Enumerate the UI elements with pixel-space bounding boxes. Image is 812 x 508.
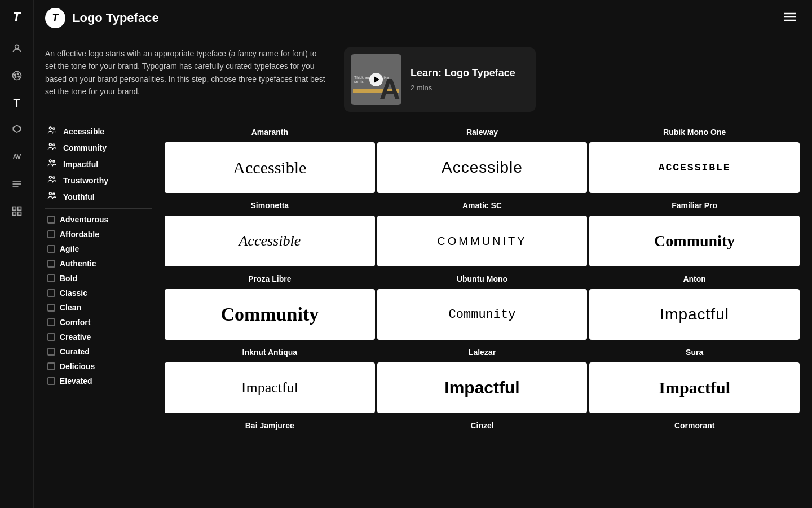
sidebar-icons: T T AV xyxy=(0,0,34,508)
font-header-raleway: Raleway xyxy=(376,123,589,141)
checkbox-delicious[interactable] xyxy=(47,362,55,370)
video-card[interactable]: Thick and block-like serifs A Learn: Log… xyxy=(344,47,536,112)
desc-video-row: An effective logo starts with an appropr… xyxy=(45,47,801,112)
font-cell-sura-impactful[interactable]: Impactful xyxy=(589,362,800,413)
checkbox-authentic[interactable] xyxy=(47,260,55,268)
svg-point-4 xyxy=(18,76,20,77)
filter-label-accessible: Accessible xyxy=(63,127,104,136)
svg-point-0 xyxy=(15,45,19,49)
svg-point-2 xyxy=(14,74,16,76)
font-text: Accessible xyxy=(439,156,525,179)
filter-classic[interactable]: Classic xyxy=(45,286,152,300)
font-text: Accessible xyxy=(236,230,303,252)
filter-label-youthful: Youthful xyxy=(63,192,95,202)
font-text: Community xyxy=(218,301,321,327)
svg-point-23 xyxy=(53,177,55,178)
font-header-anton: Anton xyxy=(588,270,801,288)
font-cells-row-2: Accessible COMMUNITY Community xyxy=(164,214,801,268)
sidebar-icon-palette[interactable] xyxy=(6,64,28,87)
font-header-proza: Proza Libre xyxy=(164,270,376,288)
font-cells-row-4: Impactful Impactful Impactful xyxy=(164,361,801,414)
people-icon xyxy=(47,126,59,137)
filter-trustworthy[interactable]: Trustworthy xyxy=(45,172,152,189)
checkbox-classic[interactable] xyxy=(47,289,55,297)
font-cell-simonetta-accessible[interactable]: Accessible xyxy=(165,216,375,266)
svg-rect-11 xyxy=(12,212,16,216)
filter-label-classic: Classic xyxy=(60,288,87,297)
font-cell-familiar-community[interactable]: Community xyxy=(589,216,800,266)
font-cell-ubuntu-community[interactable]: Community xyxy=(377,289,588,340)
filter-adventurous[interactable]: Adventurous xyxy=(45,212,152,227)
checkbox-adventurous[interactable] xyxy=(47,216,55,224)
sidebar-icon-tag[interactable] xyxy=(6,119,28,141)
filter-affordable[interactable]: Affordable xyxy=(45,227,152,242)
font-cells-row-1: Accessible Accessible ACCESSIBLE xyxy=(164,141,801,194)
sidebar-icon-grid[interactable] xyxy=(6,200,28,222)
filter-creative[interactable]: Creative xyxy=(45,330,152,344)
checkbox-curated[interactable] xyxy=(47,348,55,356)
play-button[interactable] xyxy=(369,73,383,86)
svg-point-18 xyxy=(49,143,51,146)
filter-label-creative: Creative xyxy=(60,332,91,341)
hamburger-menu[interactable] xyxy=(779,7,801,29)
svg-point-19 xyxy=(53,144,55,146)
page-title: Logo Typeface xyxy=(72,11,159,25)
font-grid-container: Amaranth Raleway Rubik Mono One Accessib… xyxy=(158,123,801,508)
font-header-simonetta: Simonetta xyxy=(164,196,376,214)
svg-point-1 xyxy=(12,72,21,80)
font-cell-lalezar-impactful[interactable]: Impactful xyxy=(377,362,588,413)
font-cell-amatic-community[interactable]: COMMUNITY xyxy=(377,216,588,266)
filter-label-curated: Curated xyxy=(60,347,90,356)
filter-accessible[interactable]: Accessible xyxy=(45,123,152,139)
filter-impactful[interactable]: Impactful xyxy=(45,156,152,172)
sidebar-icon-av[interactable]: AV xyxy=(6,146,28,168)
filter-community[interactable]: Community xyxy=(45,139,152,156)
svg-point-24 xyxy=(49,192,51,195)
checkbox-comfort[interactable] xyxy=(47,318,55,326)
sidebar-icon-type[interactable]: T xyxy=(6,91,28,114)
filter-authentic[interactable]: Authentic xyxy=(45,256,152,271)
filter-agile[interactable]: Agile xyxy=(45,242,152,256)
people-icon-2 xyxy=(47,142,59,153)
font-cell-anton-impactful[interactable]: Impactful xyxy=(589,289,800,340)
svg-rect-12 xyxy=(17,212,21,216)
font-header-cormorant: Cormorant xyxy=(588,417,801,435)
checkbox-creative[interactable] xyxy=(47,333,55,341)
top-bar: T Logo Typeface xyxy=(34,0,812,36)
filter-delicious[interactable]: Delicious xyxy=(45,359,152,374)
filter-clean[interactable]: Clean xyxy=(45,300,152,315)
filter-label-clean: Clean xyxy=(60,303,81,312)
filter-comfort[interactable]: Comfort xyxy=(45,315,152,330)
font-header-familiar: Familiar Pro xyxy=(588,196,801,214)
font-text: Impactful xyxy=(656,376,732,400)
filter-youthful[interactable]: Youthful xyxy=(45,189,152,205)
filter-elevated[interactable]: Elevated xyxy=(45,374,152,388)
checkbox-clean[interactable] xyxy=(47,304,55,312)
font-cell-inknut-impactful[interactable]: Impactful xyxy=(165,362,375,413)
checkbox-agile[interactable] xyxy=(47,245,55,253)
font-cell-amaranth-accessible[interactable]: Accessible xyxy=(165,142,375,193)
filter-bold[interactable]: Bold xyxy=(45,271,152,286)
font-headers-row-5: Bai Jamjuree Cinzel Cormorant xyxy=(164,417,801,435)
app-logo[interactable]: T xyxy=(6,6,28,28)
filter-label-elevated: Elevated xyxy=(60,376,92,386)
checkbox-affordable[interactable] xyxy=(47,230,55,238)
font-cell-rubik-accessible[interactable]: ACCESSIBLE xyxy=(589,142,800,193)
svg-point-16 xyxy=(49,127,51,129)
checkbox-elevated[interactable] xyxy=(47,377,55,385)
description-text: An effective logo starts with an appropr… xyxy=(45,47,327,98)
typogram-logo: T xyxy=(45,8,65,28)
sidebar-icon-user[interactable] xyxy=(6,37,28,60)
font-headers-row-4: Inknut Antiqua Lalezar Sura xyxy=(164,343,801,361)
video-thumbnail[interactable]: Thick and block-like serifs A xyxy=(351,54,401,105)
font-cell-raleway-accessible[interactable]: Accessible xyxy=(377,142,588,193)
svg-rect-10 xyxy=(17,207,21,211)
checkbox-bold[interactable] xyxy=(47,274,55,282)
font-header-cinzel: Cinzel xyxy=(376,417,589,435)
svg-point-25 xyxy=(53,193,55,195)
font-cell-proza-community[interactable]: Community xyxy=(165,289,375,340)
sidebar-icon-text[interactable] xyxy=(6,173,28,195)
font-headers-row-1: Amaranth Raleway Rubik Mono One xyxy=(164,123,801,141)
font-text: Community xyxy=(447,305,518,324)
filter-curated[interactable]: Curated xyxy=(45,344,152,359)
